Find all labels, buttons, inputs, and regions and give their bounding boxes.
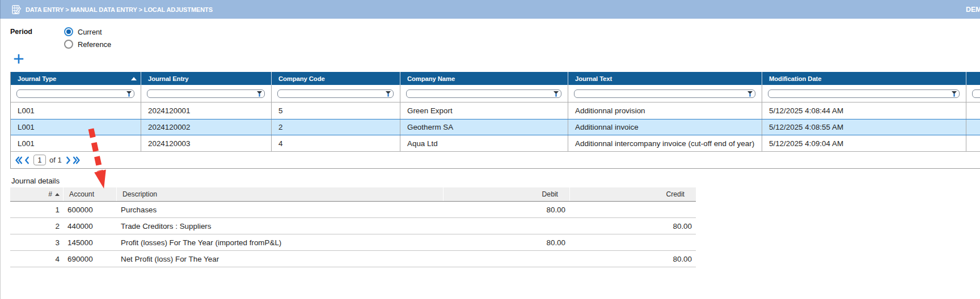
journal-details-table: # Account Description Debit Credit 1 600… — [10, 187, 696, 267]
filter-funnel-icon[interactable] — [126, 91, 132, 97]
filter-funnel-icon[interactable] — [952, 91, 957, 97]
pager-total-pages: 1 — [57, 156, 61, 164]
filter-box-journal-text — [574, 89, 755, 98]
detail-row-3[interactable]: 3 145000 Profit (losses) For The Year (i… — [10, 234, 696, 251]
column-header-journal-text-label: Journal Text — [575, 75, 612, 82]
filter-input-extra[interactable] — [973, 90, 980, 97]
cell-account: 600000 — [63, 202, 116, 217]
filter-funnel-icon[interactable] — [386, 91, 391, 97]
column-header-debit[interactable]: Debit — [443, 187, 569, 201]
cell-company-name[interactable]: Aqua Ltd — [400, 135, 568, 151]
cell-modification-date[interactable]: 5/12/2025 4:09:04 AM — [762, 135, 966, 151]
filter-box-journal-entry — [147, 89, 265, 98]
column-header-num-label: # — [48, 190, 52, 198]
filter-input-journal-text[interactable] — [575, 90, 755, 97]
cell-company-name[interactable]: Geotherm SA — [400, 119, 568, 135]
cell-journal-entry[interactable]: 2024120002 — [141, 119, 271, 135]
column-header-account[interactable]: Account — [63, 187, 116, 201]
left-edge-line — [0, 19, 1, 299]
filter-input-journal-entry[interactable] — [147, 90, 264, 97]
column-header-description[interactable]: Description — [116, 187, 443, 201]
detail-row-2[interactable]: 2 440000 Trade Creditors : Suppliers 80.… — [10, 218, 696, 234]
pager-of-text: of — [49, 156, 56, 164]
filter-cell-journal-entry — [141, 85, 271, 102]
radio-current[interactable] — [64, 27, 73, 36]
filter-funnel-icon[interactable] — [257, 91, 262, 97]
cell-journal-type[interactable]: L001 — [11, 119, 141, 135]
filter-cell-modification-date — [762, 85, 966, 102]
filter-box-extra — [972, 89, 980, 98]
column-header-journal-entry-label: Journal Entry — [148, 75, 189, 82]
column-header-extra[interactable] — [966, 72, 980, 85]
column-header-credit[interactable]: Credit — [569, 187, 696, 201]
column-header-journal-type[interactable]: Journal Type — [11, 72, 141, 85]
cell-num: 4 — [10, 251, 63, 267]
cell-company-code[interactable]: 5 — [271, 102, 400, 119]
column-header-company-code-label: Company Code — [278, 75, 325, 82]
pager-last-button[interactable] — [73, 156, 80, 164]
filter-input-company-name[interactable] — [407, 90, 561, 97]
cell-company-code[interactable]: 2 — [271, 119, 400, 135]
pager-previous-button[interactable] — [24, 156, 29, 164]
pager-page-input[interactable] — [33, 155, 46, 165]
cell-description: Purchases — [116, 202, 443, 217]
cell-extra[interactable] — [966, 102, 980, 119]
filter-input-company-code[interactable] — [278, 90, 393, 97]
sort-ascending-icon — [55, 193, 60, 196]
filter-cell-journal-text — [568, 85, 762, 102]
cell-journal-type[interactable]: L001 — [11, 135, 141, 151]
detail-row-4[interactable]: 4 690000 Net Profit (loss) For The Year … — [10, 251, 696, 267]
cell-description: Trade Creditors : Suppliers — [116, 218, 443, 234]
column-header-journal-entry[interactable]: Journal Entry — [141, 72, 271, 85]
filter-cell-journal-type — [11, 85, 141, 102]
radio-option-current[interactable]: Current — [64, 27, 102, 36]
filter-funnel-icon[interactable] — [554, 91, 559, 97]
cell-journal-type[interactable]: L001 — [11, 102, 141, 119]
column-header-company-code[interactable]: Company Code — [271, 72, 400, 85]
filter-input-modification-date[interactable] — [768, 90, 959, 97]
cell-extra[interactable] — [966, 135, 980, 151]
cell-account: 145000 — [63, 234, 116, 250]
filter-cell-extra — [966, 85, 980, 102]
journal-row-3[interactable]: L001 2024120003 4 Aqua Ltd Additionnal i… — [11, 135, 980, 152]
radio-option-reference[interactable]: Reference — [64, 40, 111, 49]
data-entry-grid-icon — [12, 5, 22, 15]
cell-company-name[interactable]: Green Export — [400, 102, 568, 119]
cell-company-code[interactable]: 4 — [271, 135, 400, 151]
column-header-account-label: Account — [69, 190, 94, 198]
cell-journal-entry[interactable]: 2024120003 — [141, 135, 271, 151]
cell-modification-date[interactable]: 5/12/2025 4:08:44 AM — [762, 102, 966, 119]
column-header-modification-date[interactable]: Modification Date — [762, 72, 966, 85]
pager-next-button[interactable] — [66, 156, 71, 164]
journal-row-1[interactable]: L001 2024120001 5 Green Export Additionn… — [11, 102, 980, 119]
radio-current-label: Current — [78, 28, 102, 36]
cell-journal-text[interactable]: Additionnal intercompany invoice (cut-of… — [568, 135, 762, 151]
filter-funnel-icon[interactable] — [747, 91, 753, 97]
cell-extra[interactable] — [966, 119, 980, 135]
add-journal-button[interactable] — [14, 54, 24, 64]
pager-first-button[interactable] — [15, 156, 22, 164]
detail-row-1[interactable]: 1 600000 Purchases 80.00 — [10, 202, 696, 218]
pager: of 1 — [11, 152, 980, 169]
cell-debit: 80.00 — [443, 202, 569, 217]
cell-modification-date[interactable]: 5/12/2025 4:08:55 AM — [762, 119, 966, 135]
cell-description: Profit (losses) For The Year (imported f… — [116, 234, 443, 250]
journals-filter-row — [11, 85, 980, 102]
journal-details-title: Journal details — [11, 177, 60, 185]
top-bar: DATA ENTRY > MANUAL DATA ENTRY > LOCAL A… — [0, 0, 980, 19]
column-header-company-name[interactable]: Company Name — [400, 72, 568, 85]
cell-journal-text[interactable]: Additionnal provision — [568, 102, 762, 119]
radio-reference[interactable] — [64, 40, 73, 49]
filter-cell-company-name — [400, 85, 568, 102]
filter-input-journal-type[interactable] — [17, 90, 134, 97]
cell-journal-entry[interactable]: 2024120001 — [141, 102, 271, 119]
column-header-num[interactable]: # — [10, 187, 63, 201]
cell-account: 690000 — [63, 251, 116, 267]
cell-description: Net Profit (loss) For The Year — [116, 251, 443, 267]
cell-account: 440000 — [63, 218, 116, 234]
journal-row-2-selected[interactable]: L001 2024120002 2 Geotherm SA Additionna… — [11, 119, 980, 135]
sort-ascending-icon — [131, 77, 137, 80]
column-header-journal-text[interactable]: Journal Text — [568, 72, 762, 85]
cell-credit — [569, 202, 696, 217]
cell-journal-text[interactable]: Additionnal invoice — [568, 119, 762, 135]
